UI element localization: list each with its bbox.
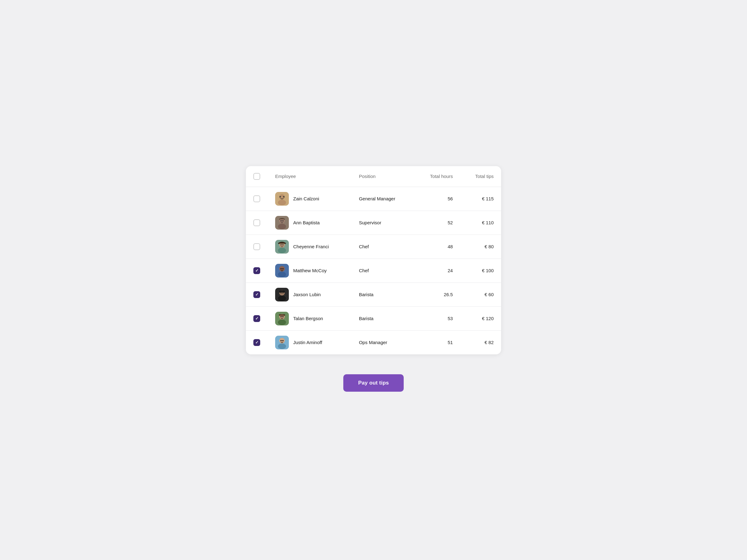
employee-name-talan: Talan Bergson [293,316,323,321]
row-checkbox-jaxson[interactable] [253,291,260,298]
svg-point-37 [282,340,284,341]
total-tips-cell: € 100 [460,259,501,283]
svg-point-16 [282,244,284,245]
svg-point-25 [280,292,282,293]
svg-point-9 [278,224,286,229]
avatar-zain [275,192,289,206]
table-row: Ann BaptistaSupervisor52€ 110 [246,211,501,235]
employee-name-ann: Ann Baptista [293,220,320,225]
checkbox-cell [246,187,268,211]
position-cell: Supervisor [352,211,414,235]
employee-table-card: Employee Position Total hours Total tips… [246,166,501,354]
svg-point-36 [280,340,282,341]
svg-point-14 [278,248,286,253]
svg-point-2 [278,200,286,205]
total-tips-cell: € 120 [460,306,501,330]
table-header-row: Employee Position Total hours Total tips [246,166,501,187]
header-total-tips: Total tips [460,166,501,187]
select-all-checkbox[interactable] [253,173,260,180]
svg-point-31 [282,316,284,317]
header-checkbox-cell [246,166,268,187]
svg-point-35 [278,344,286,349]
total-hours-cell: 48 [414,235,460,259]
avatar-cheyenne [275,240,289,254]
total-hours-cell: 53 [414,306,460,330]
total-tips-cell: € 115 [460,187,501,211]
row-checkbox-matthew[interactable] [253,267,260,274]
avatar-ann [275,216,289,230]
table-row: Matthew McCoyChef24€ 100 [246,259,501,283]
total-hours-cell: 24 [414,259,460,283]
bottom-area: Pay out tips [343,354,404,394]
table-row: Justin AminoffOps Manager51€ 82 [246,330,501,354]
employee-cell-td: Matthew McCoy [268,259,352,283]
employee-name-matthew: Matthew McCoy [293,268,327,273]
svg-rect-32 [279,314,285,316]
avatar-matthew [275,264,289,277]
employee-cell-td: Cheyenne Franci [268,235,352,259]
row-checkbox-cheyenne[interactable] [253,243,260,250]
employee-cell-td: Jaxson Lubin [268,283,352,306]
employee-cell-td: Talan Bergson [268,306,352,330]
employee-cell-td: Zain Calzoni [268,187,352,211]
position-cell: Barista [352,283,414,306]
svg-point-24 [278,296,286,301]
svg-point-19 [278,272,286,277]
employee-cell-td: Justin Aminoff [268,330,352,354]
row-checkbox-ann[interactable] [253,219,260,226]
avatar-justin [275,336,289,349]
svg-point-20 [280,268,282,269]
header-total-hours: Total hours [414,166,460,187]
checkbox-cell [246,306,268,330]
employee-table: Employee Position Total hours Total tips… [246,166,501,354]
svg-point-5 [280,196,281,197]
svg-point-30 [280,316,282,317]
employee-name-justin: Justin Aminoff [293,340,322,345]
svg-point-15 [280,244,282,245]
svg-point-10 [280,220,282,221]
svg-point-11 [282,220,284,221]
total-hours-cell: 52 [414,211,460,235]
position-cell: Chef [352,259,414,283]
employee-name-cheyenne: Cheyenne Franci [293,244,329,249]
checkbox-cell [246,283,268,306]
total-hours-cell: 26.5 [414,283,460,306]
position-cell: General Manager [352,187,414,211]
svg-point-21 [282,268,284,269]
employee-name-zain: Zain Calzoni [293,196,319,201]
svg-point-29 [278,320,286,325]
table-row: Zain CalzoniGeneral Manager56€ 115 [246,187,501,211]
row-checkbox-zain[interactable] [253,195,260,202]
header-employee: Employee [268,166,352,187]
total-hours-cell: 51 [414,330,460,354]
position-cell: Chef [352,235,414,259]
position-cell: Ops Manager [352,330,414,354]
table-row: Jaxson LubinBarista26.5€ 60 [246,283,501,306]
checkbox-cell [246,211,268,235]
employee-name-jaxson: Jaxson Lubin [293,292,320,297]
row-checkbox-talan[interactable] [253,315,260,322]
total-tips-cell: € 60 [460,283,501,306]
table-row: Talan BergsonBarista53€ 120 [246,306,501,330]
total-tips-cell: € 80 [460,235,501,259]
pay-out-tips-button[interactable]: Pay out tips [343,374,404,392]
total-tips-cell: € 82 [460,330,501,354]
total-hours-cell: 56 [414,187,460,211]
employee-cell-td: Ann Baptista [268,211,352,235]
avatar-jaxson [275,288,289,301]
table-row: Cheyenne FranciChef48€ 80 [246,235,501,259]
checkbox-cell [246,235,268,259]
avatar-talan [275,312,289,325]
checkbox-cell [246,330,268,354]
position-cell: Barista [352,306,414,330]
svg-point-6 [283,196,284,197]
svg-point-26 [282,292,284,293]
checkbox-cell [246,259,268,283]
total-tips-cell: € 110 [460,211,501,235]
header-position: Position [352,166,414,187]
row-checkbox-justin[interactable] [253,339,260,346]
